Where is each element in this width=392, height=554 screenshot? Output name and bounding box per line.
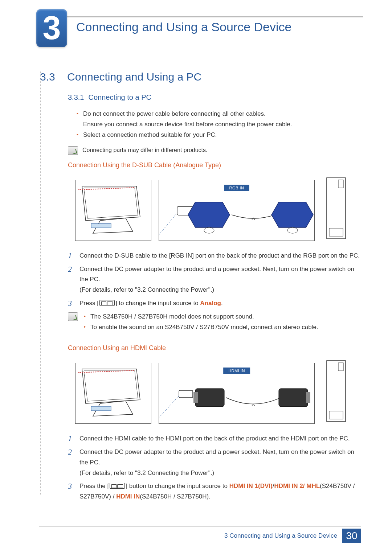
note-icon [68, 146, 78, 155]
step-text-line: (For details, refer to "3.2 Connecting t… [79, 469, 214, 476]
note-bullets: The S24B750H / S27B750H model does not s… [82, 312, 318, 333]
svg-rect-9 [91, 406, 111, 411]
pc-illustration [324, 358, 349, 424]
svg-line-5 [159, 213, 177, 235]
source-name: HDMI IN 2/ MHL [274, 483, 320, 489]
section-number: 3.3 [40, 71, 67, 83]
bullet-item: The S24B750H / S27B750H model does not s… [82, 312, 318, 322]
dsub-steps: 1 Connect the D-SUB cable to the [RGB IN… [68, 251, 361, 309]
source-button-icon [99, 300, 115, 306]
svg-rect-17 [327, 361, 346, 422]
source-name: HDMI IN 1(DVI) [229, 483, 273, 489]
monitor-illustration [75, 180, 151, 241]
port-label: RGB IN [224, 185, 249, 191]
text: ] button to change the input source to [126, 483, 229, 489]
dsub-diagram: RGB IN [75, 176, 349, 243]
step-number: 1 [68, 434, 74, 444]
hdmi-heading: Connection Using an HDMI Cable [68, 344, 361, 352]
hdmi-steps: 1 Connect the HDMI cable to the HDMI por… [68, 434, 361, 502]
step: 1 Connect the HDMI cable to the HDMI por… [68, 434, 361, 444]
svg-rect-19 [329, 411, 343, 419]
dsub-heading: Connection Using the D-SUB Cable (Analog… [68, 161, 361, 169]
svg-rect-6 [327, 178, 346, 239]
port-illustration: RGB IN [159, 180, 315, 241]
pc-illustration [324, 176, 349, 241]
step-text-line: (For details, refer to "3.2 Connecting t… [79, 286, 214, 293]
text: (S24B750H / S27B750H). [140, 493, 211, 500]
step-number: 2 [68, 447, 74, 479]
footer-rule [39, 526, 361, 527]
monitor-illustration [75, 363, 151, 424]
chapter-badge: 3 [36, 9, 67, 47]
step-number: 2 [68, 264, 74, 296]
step-text-line: Connect the DC power adapter to the prod… [79, 266, 354, 283]
section-heading: 3.3 Connecting and Using a PC [41, 71, 361, 83]
svg-rect-11 [179, 390, 193, 398]
top-rule [65, 16, 363, 17]
bullet-item: To enable the sound on an S24B750V / S27… [82, 322, 318, 333]
note-icon [68, 312, 78, 321]
svg-rect-13 [193, 392, 198, 403]
svg-rect-0 [91, 223, 111, 228]
source-name: HDMI IN [116, 493, 140, 500]
note: Connecting parts may differ in different… [68, 145, 361, 155]
subsection-title: Connecting to a PC [88, 93, 151, 102]
step-text-line: Connect the DC power adapter to the prod… [79, 448, 354, 466]
port-label: HDMI IN [223, 368, 250, 374]
footer: 3 Connecting and Using a Source Device 3… [0, 529, 392, 542]
bullet-item: Do not connect the power cable before co… [75, 109, 361, 130]
step: 1 Connect the D-SUB cable to the [RGB IN… [68, 251, 361, 261]
step: 2 Connect the DC power adapter to the pr… [68, 264, 361, 296]
manual-page: 3 Connecting and Using a Source Device 3… [0, 0, 392, 554]
content-area: 3.3 Connecting and Using a PC 3.3.1 Conn… [40, 71, 361, 495]
port-illustration: HDMI IN [159, 363, 315, 424]
text: ] to change the input source to [115, 300, 200, 307]
svg-rect-7 [338, 180, 343, 188]
section-title: Connecting and Using a PC [67, 71, 201, 83]
source-button-icon [110, 483, 125, 489]
subsection-heading: 3.3.1 Connecting to a PC [68, 93, 361, 102]
chapter-title: Connecting and Using a Source Device [76, 20, 291, 34]
text: Press the [ [79, 483, 109, 489]
bullet-item: Select a connection method suitable for … [75, 130, 361, 140]
step-text: Connect the D-SUB cable to the [RGB IN] … [79, 251, 360, 261]
step-text: Connect the DC power adapter to the prod… [79, 447, 361, 479]
step-text: Connect the DC power adapter to the prod… [79, 264, 361, 296]
step: 3 Press [] to change the input source to… [68, 298, 361, 309]
svg-point-4 [287, 227, 298, 233]
source-name: Analog [200, 300, 221, 307]
footer-chapter-title: 3 Connecting and Using a Source Device [224, 532, 337, 539]
text: . [221, 300, 223, 307]
svg-line-16 [159, 396, 179, 418]
subsection-number: 3.3.1 [68, 93, 88, 102]
step-number: 3 [68, 481, 74, 502]
step-text: Connect the HDMI cable to the HDMI port … [79, 434, 350, 444]
svg-rect-15 [306, 392, 310, 403]
step: 2 Connect the DC power adapter to the pr… [68, 447, 361, 479]
svg-rect-12 [195, 389, 224, 407]
svg-rect-8 [329, 228, 343, 236]
dsub-note: The S24B750H / S27B750H model does not s… [68, 312, 361, 338]
svg-rect-14 [279, 389, 308, 407]
step: 3 Press the [] button to change the inpu… [68, 481, 361, 502]
step-text: Press [] to change the input source to A… [79, 298, 223, 309]
intro-bullets: Do not connect the power cable before co… [75, 109, 361, 140]
step-text: Press the [] button to change the input … [79, 481, 361, 502]
note-text: Connecting parts may differ in different… [82, 145, 207, 155]
text: Press [ [79, 300, 99, 307]
step-number: 1 [68, 251, 74, 261]
step-number: 3 [68, 298, 74, 309]
svg-rect-18 [338, 363, 343, 371]
svg-point-3 [204, 227, 214, 233]
page-number: 30 [342, 529, 361, 543]
hdmi-diagram: HDMI IN [75, 358, 349, 426]
